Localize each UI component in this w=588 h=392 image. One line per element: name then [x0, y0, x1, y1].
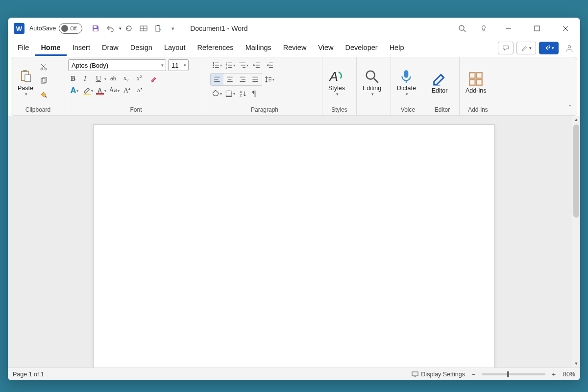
scroll-up-icon[interactable]: ▲ — [572, 116, 580, 123]
editor-button[interactable]: Editor — [428, 59, 451, 105]
scroll-down-icon[interactable]: ▼ — [572, 360, 580, 368]
display-settings-button[interactable]: Display Settings — [412, 371, 465, 378]
format-painter-icon[interactable] — [38, 89, 49, 100]
tab-developer[interactable]: Developer — [340, 41, 384, 56]
styles-button[interactable]: A Styles▾ — [325, 59, 348, 105]
underline-button[interactable]: U — [95, 73, 107, 85]
qat-table-icon[interactable] — [137, 22, 150, 35]
tab-view[interactable]: View — [312, 41, 339, 56]
tab-review[interactable]: Review — [277, 41, 313, 56]
window-title: Document1 - Word — [190, 24, 455, 32]
svg-text:3: 3 — [225, 66, 227, 69]
copy-icon[interactable] — [38, 75, 49, 87]
italic-button[interactable]: I — [81, 73, 94, 85]
editor-icon — [431, 71, 448, 87]
svg-rect-1 — [94, 29, 98, 31]
zoom-in-button[interactable]: + — [549, 370, 558, 378]
lightbulb-icon[interactable] — [477, 22, 490, 35]
save-icon[interactable] — [89, 22, 102, 35]
tab-layout[interactable]: Layout — [158, 41, 192, 56]
borders-button[interactable] — [223, 88, 236, 99]
redo-icon[interactable] — [122, 22, 135, 35]
line-spacing-button[interactable] — [263, 74, 275, 85]
minimize-button[interactable] — [498, 21, 519, 36]
svg-text:Z: Z — [240, 94, 242, 97]
qat-paste-icon[interactable] — [152, 22, 165, 35]
highlight-button[interactable] — [81, 85, 94, 97]
comments-button[interactable] — [498, 42, 514, 54]
strikethrough-button[interactable]: ab — [108, 73, 121, 85]
tab-insert[interactable]: Insert — [67, 41, 96, 56]
svg-point-14 — [568, 46, 570, 48]
svg-rect-70 — [477, 73, 482, 78]
svg-point-7 — [459, 25, 464, 30]
align-center-button[interactable] — [223, 74, 236, 85]
page-indicator[interactable]: Page 1 of 1 — [13, 371, 44, 378]
decrease-indent-button[interactable] — [250, 59, 263, 71]
vertical-scrollbar[interactable]: ▲ ▼ — [572, 116, 580, 368]
align-right-button[interactable] — [236, 74, 249, 85]
editor-group-label: Editor — [428, 105, 456, 115]
svg-rect-0 — [94, 26, 97, 28]
shrink-font-button[interactable]: A▾ — [134, 85, 147, 97]
voice-group-label: Voice — [394, 105, 422, 115]
shading-button[interactable] — [210, 88, 223, 99]
share-button[interactable]: ▾ — [539, 42, 559, 54]
tab-file[interactable]: File — [12, 41, 35, 56]
scroll-thumb[interactable] — [573, 124, 579, 218]
tab-home[interactable]: Home — [35, 41, 66, 56]
tab-references[interactable]: References — [191, 41, 239, 56]
bullets-button[interactable] — [210, 59, 223, 71]
svg-rect-67 — [404, 70, 409, 78]
svg-point-25 — [212, 65, 214, 66]
subscript-button[interactable]: x2 — [121, 73, 134, 85]
addins-button[interactable]: Add-ins — [463, 59, 489, 105]
svg-point-24 — [212, 62, 214, 64]
show-marks-button[interactable]: ¶ — [250, 88, 263, 99]
document-page[interactable] — [93, 124, 495, 368]
font-group-label: Font — [68, 105, 204, 115]
ribbon: Paste ▾ Clipboard Aptos (Body) 11 B — [11, 57, 577, 116]
bold-button[interactable]: B — [68, 73, 81, 85]
styles-group-label: Styles — [325, 105, 353, 115]
search-icon[interactable] — [456, 22, 468, 35]
undo-dropdown[interactable]: ▾ — [119, 26, 122, 31]
grow-font-button[interactable]: A▴ — [121, 85, 134, 97]
zoom-out-button[interactable]: − — [469, 370, 478, 378]
multilevel-list-button[interactable] — [237, 59, 249, 71]
font-name-combo[interactable]: Aptos (Body) — [68, 59, 166, 71]
tab-mailings[interactable]: Mailings — [240, 41, 277, 56]
tab-help[interactable]: Help — [384, 41, 410, 56]
svg-point-26 — [212, 67, 214, 68]
change-case-button[interactable]: Aa — [108, 85, 121, 97]
svg-text:A: A — [329, 69, 338, 84]
justify-button[interactable] — [249, 74, 262, 85]
sort-button[interactable]: AZ — [237, 88, 249, 99]
autosave-toggle[interactable]: Off — [59, 23, 82, 34]
font-color-button[interactable]: A — [95, 85, 107, 97]
account-icon[interactable] — [563, 41, 576, 55]
tab-design[interactable]: Design — [124, 41, 158, 56]
editing-button[interactable]: Editing▾ — [360, 59, 384, 105]
text-effects-button[interactable]: A — [68, 85, 81, 97]
zoom-slider[interactable] — [482, 373, 545, 375]
superscript-button[interactable]: x2 — [134, 73, 147, 85]
tab-draw[interactable]: Draw — [96, 41, 124, 56]
numbering-button[interactable]: 123 — [223, 59, 236, 71]
close-button[interactable] — [555, 21, 576, 36]
zoom-level[interactable]: 80% — [563, 371, 575, 378]
collapse-ribbon-button[interactable]: ˄ — [568, 104, 572, 111]
align-left-button[interactable] — [211, 74, 223, 85]
increase-indent-button[interactable] — [263, 59, 276, 71]
undo-icon[interactable] — [104, 22, 117, 35]
paste-button[interactable]: Paste ▾ — [14, 59, 37, 105]
addins-group-label: Add-ins — [463, 105, 493, 115]
qat-customize-icon[interactable]: ▾ — [167, 22, 179, 35]
cut-icon[interactable] — [38, 61, 49, 73]
font-size-combo[interactable]: 11 — [168, 59, 189, 71]
dictate-button[interactable]: Dictate▾ — [394, 59, 419, 105]
svg-rect-5 — [156, 25, 160, 31]
editing-mode-button[interactable]: ▾ — [516, 42, 536, 54]
maximize-button[interactable] — [526, 21, 548, 36]
clear-formatting-icon[interactable] — [147, 73, 160, 85]
